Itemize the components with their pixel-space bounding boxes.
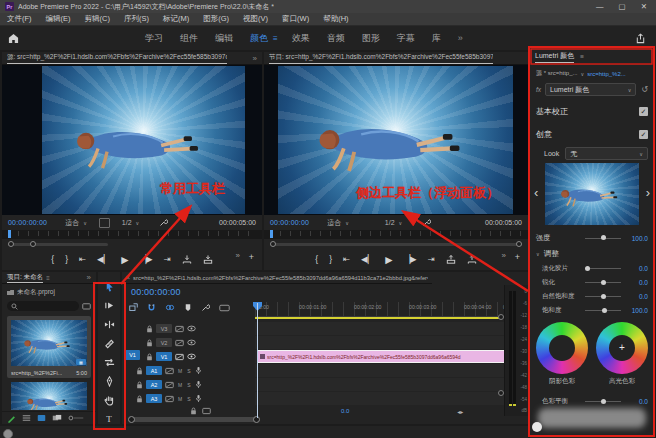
overwrite-icon[interactable] (203, 255, 213, 264)
v-scroll-handle[interactable] (498, 314, 504, 320)
step-forward-button[interactable]: ▕▶ (140, 254, 153, 264)
timeline-timecode[interactable]: 00:00:00:00 (131, 287, 181, 297)
source-settings-toggle-icon[interactable] (99, 218, 110, 228)
ripple-edit-tool[interactable] (104, 319, 115, 330)
mark-in-button[interactable]: { (51, 254, 54, 264)
search-input[interactable] (7, 301, 79, 311)
workspace-tab-editing[interactable]: 编辑 (215, 32, 233, 45)
selection-tool[interactable] (104, 281, 115, 292)
add-marker-icon[interactable] (184, 303, 192, 312)
track-select-forward-tool[interactable] (104, 300, 115, 311)
mute-button[interactable]: M (177, 396, 183, 402)
menu-sequence[interactable]: 序列(S) (117, 14, 156, 24)
creative-section[interactable]: 创意 ✓ (536, 129, 648, 140)
zoom-handle-right[interactable] (30, 241, 36, 247)
project-file-row[interactable]: 未命名.prproj (7, 288, 91, 297)
captions-icon[interactable] (219, 304, 230, 312)
sync-lock-icon[interactable] (165, 367, 174, 375)
slider-knob[interactable] (601, 235, 606, 240)
track-a3-lane[interactable] (255, 392, 505, 405)
track-label-v3[interactable]: V3 (156, 324, 172, 333)
sync-lock-icon[interactable] (165, 395, 174, 403)
export-share-icon[interactable] (635, 33, 646, 44)
lumetri-effect-dropdown[interactable]: Lumetri 颜色 ∨ (545, 83, 636, 96)
adjust-section-header[interactable]: ∨ 调整 (536, 249, 648, 259)
insert-icon[interactable] (182, 255, 192, 264)
keyframe-nav-icon[interactable]: ◂▸ (457, 408, 463, 415)
slider-knob[interactable] (585, 266, 590, 271)
program-resolution-dropdown[interactable]: 1/2 (385, 219, 395, 226)
look-dropdown[interactable]: 无 ∨ (565, 147, 648, 160)
workspace-menu-icon[interactable]: ≡ (273, 34, 278, 43)
go-to-in-button[interactable]: ⇤ (79, 254, 86, 264)
lock-icon[interactable] (146, 325, 153, 333)
close-button[interactable]: ✕ (641, 2, 647, 11)
search-bin-icon[interactable] (82, 302, 91, 310)
sequence-tab[interactable]: src=http_%2F%2Fi1.hdslb.com%2Fbfs%2Farch… (133, 275, 428, 281)
icon-view-icon[interactable] (37, 414, 46, 422)
program-playhead[interactable] (270, 230, 273, 238)
project-tab[interactable]: 项目: 未命名 (7, 273, 43, 283)
source-scrubber[interactable] (2, 230, 262, 239)
workspace-tab-effects[interactable]: 效果 (292, 32, 310, 45)
step-forward-button[interactable]: ▕▶ (404, 254, 417, 264)
clip-thumbnail[interactable]: ▦ (11, 320, 87, 366)
tint-balance-slider[interactable] (585, 401, 621, 402)
menu-file[interactable]: 文件(F) (0, 14, 39, 24)
sync-lock-icon[interactable] (175, 325, 184, 333)
track-v3-lane[interactable] (255, 322, 505, 335)
work-area-bar[interactable] (255, 317, 500, 319)
workspace-tab-color[interactable]: 颜色 (250, 32, 268, 45)
razor-tool[interactable] (104, 338, 115, 349)
lift-icon[interactable] (446, 255, 456, 264)
writable-pencil-icon[interactable] (7, 414, 16, 423)
minimize-button[interactable]: — (596, 2, 604, 11)
extract-icon[interactable] (467, 255, 477, 264)
wrench-settings-icon[interactable] (159, 218, 168, 227)
vibrance-slider[interactable] (585, 296, 621, 297)
workspace-tab-learning[interactable]: 学习 (145, 32, 163, 45)
saturation-value[interactable]: 100.0 (624, 307, 648, 314)
solo-button[interactable]: S (186, 382, 192, 388)
slider-knob[interactable] (602, 308, 607, 313)
slider-knob[interactable] (601, 399, 606, 404)
menu-markers[interactable]: 标记(M) (156, 14, 196, 24)
sharpen-value[interactable]: 0.0 (624, 279, 648, 286)
intensity-value[interactable]: 100.0 (624, 235, 648, 242)
track-label-a2[interactable]: A2 (146, 380, 162, 389)
timeline-h-scrollbar[interactable] (130, 417, 258, 422)
zoom-handle-left[interactable] (8, 241, 14, 247)
go-to-out-button[interactable]: ⇥ (428, 254, 435, 264)
faded-film-value[interactable]: 0.0 (624, 265, 648, 272)
freeform-view-icon[interactable] (52, 414, 62, 422)
source-zoom-bar[interactable] (8, 241, 108, 247)
program-scrubber[interactable] (264, 230, 528, 239)
go-to-in-button[interactable]: ⇤ (343, 254, 350, 264)
tint-balance-value[interactable]: 0.0 (624, 398, 648, 405)
source-resolution-dropdown[interactable]: 1/2 (122, 219, 132, 226)
menu-clip[interactable]: 剪辑(C) (78, 14, 117, 24)
mute-button[interactable]: M (177, 382, 183, 388)
v-scroll-handle[interactable] (498, 390, 504, 396)
linked-selection-icon[interactable] (165, 303, 175, 312)
panel-menu-icon[interactable]: ≡ (580, 53, 584, 60)
look-prev-arrow[interactable]: ‹ (534, 185, 538, 200)
zoom-handle-right[interactable] (516, 241, 522, 247)
track-a2-lane[interactable] (255, 378, 505, 391)
creative-checkbox[interactable]: ✓ (639, 130, 648, 139)
lumetri-clip-link[interactable]: src=http_%2... (587, 71, 626, 77)
lock-icon[interactable] (136, 381, 143, 389)
master-gain-value[interactable]: 0.0 (341, 408, 349, 414)
menu-graphics[interactable]: 图形(G) (196, 14, 236, 24)
snap-magnet-icon[interactable] (147, 303, 156, 312)
home-icon[interactable] (8, 33, 19, 44)
source-playhead[interactable] (8, 230, 11, 238)
pen-tool[interactable] (104, 376, 115, 387)
project-clip-card[interactable]: ▦ src=http_%2F%2Fi... 5:00 (7, 316, 91, 378)
hand-tool[interactable] (104, 395, 115, 406)
list-view-icon[interactable] (22, 414, 31, 422)
track-v2-lane[interactable] (255, 336, 505, 349)
slider-knob[interactable] (601, 280, 606, 285)
workspace-tab-graphics[interactable]: 图形 (362, 32, 380, 45)
step-back-button[interactable]: ◀▏ (97, 254, 110, 264)
